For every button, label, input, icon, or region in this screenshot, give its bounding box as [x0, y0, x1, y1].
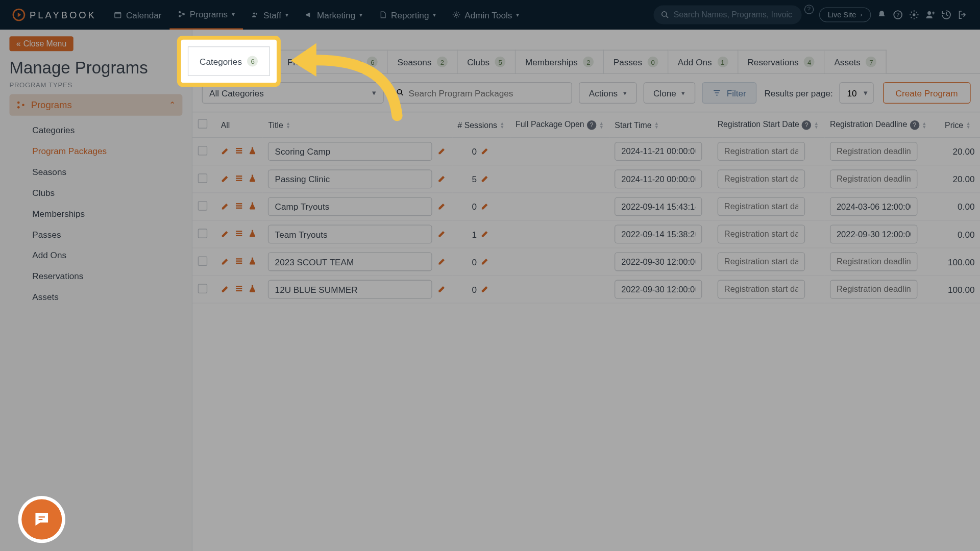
user-add-icon[interactable]	[925, 9, 936, 20]
reg-deadline-input[interactable]	[830, 197, 917, 216]
sidebar-group-programs[interactable]: Programs ⌃	[9, 94, 182, 116]
list-icon[interactable]	[234, 201, 243, 212]
question-icon[interactable]: ?	[893, 9, 903, 20]
tab-program-packages[interactable]: Program Packages6	[278, 50, 388, 73]
sidebar-item-reservations[interactable]: Reservations	[9, 266, 182, 287]
row-checkbox[interactable]	[198, 145, 207, 155]
select-all-checkbox[interactable]	[198, 119, 207, 128]
open-edit-icon[interactable]	[437, 145, 447, 157]
sidebar-item-passes[interactable]: Passes	[9, 224, 182, 245]
start-time-input[interactable]	[615, 280, 702, 299]
row-checkbox[interactable]	[198, 173, 207, 183]
tab-seasons[interactable]: Seasons2	[388, 50, 458, 73]
tab-clubs[interactable]: Clubs5	[458, 50, 516, 73]
bell-icon[interactable]	[876, 9, 887, 20]
tab-categories-highlighted[interactable]: Categories 6	[188, 46, 270, 76]
row-checkbox[interactable]	[198, 284, 207, 293]
list-icon[interactable]	[234, 284, 243, 295]
filter-button[interactable]: Filter	[702, 82, 756, 104]
sidebar-item-categories[interactable]: Categories	[9, 120, 182, 141]
list-icon[interactable]	[234, 173, 243, 185]
sidebar-item-clubs[interactable]: Clubs	[9, 182, 182, 203]
nav-admin-tools[interactable]: Admin Tools▾	[445, 0, 528, 30]
title-input[interactable]	[268, 142, 432, 161]
help-icon[interactable]: ?	[802, 120, 811, 130]
reg-start-input[interactable]	[718, 280, 805, 299]
actions-button[interactable]: Actions▾	[579, 82, 636, 104]
rpp-select[interactable]: 10	[840, 82, 874, 104]
title-input[interactable]	[268, 224, 432, 243]
edit-icon[interactable]	[221, 201, 230, 212]
edit-sessions-icon[interactable]	[481, 256, 490, 267]
row-checkbox[interactable]	[198, 256, 207, 265]
title-input[interactable]	[268, 253, 432, 271]
open-edit-icon[interactable]	[437, 229, 447, 240]
col-all[interactable]: All	[215, 112, 263, 137]
col-reg-deadline[interactable]: Registration Deadline?▲▼	[824, 112, 933, 137]
start-time-input[interactable]	[615, 142, 702, 161]
edit-sessions-icon[interactable]	[481, 173, 490, 185]
flask-icon[interactable]	[248, 229, 257, 240]
edit-icon[interactable]	[221, 173, 230, 185]
nav-staff[interactable]: Staff▾	[243, 0, 297, 30]
nav-reporting[interactable]: Reporting▾	[371, 0, 445, 30]
tab-reservations[interactable]: Reservations4	[738, 50, 825, 73]
close-menu-button[interactable]: «Close Menu	[9, 36, 73, 51]
edit-sessions-icon[interactable]	[481, 201, 490, 212]
list-icon[interactable]	[234, 145, 243, 157]
tab-add-ons[interactable]: Add Ons1	[668, 50, 738, 73]
edit-sessions-icon[interactable]	[481, 229, 490, 240]
sidebar-item-memberships[interactable]: Memberships	[9, 203, 182, 224]
open-edit-icon[interactable]	[437, 256, 447, 267]
reg-start-input[interactable]	[718, 169, 805, 188]
tab-passes[interactable]: Passes0	[604, 50, 668, 73]
brand[interactable]: PLAYBOOK	[12, 8, 96, 21]
row-checkbox[interactable]	[198, 201, 207, 210]
col-full-package[interactable]: Full Package Open?▲▼	[510, 112, 609, 137]
flask-icon[interactable]	[248, 173, 257, 185]
sidebar-item-program-packages[interactable]: Program Packages	[9, 141, 182, 162]
reg-deadline-input[interactable]	[830, 169, 917, 188]
reg-deadline-input[interactable]	[830, 280, 917, 299]
clone-button[interactable]: Clone▾	[643, 82, 695, 104]
reg-start-input[interactable]	[718, 142, 805, 161]
flask-icon[interactable]	[248, 145, 257, 157]
reg-start-input[interactable]	[718, 197, 805, 216]
open-edit-icon[interactable]	[437, 284, 447, 295]
title-input[interactable]	[268, 197, 432, 216]
edit-icon[interactable]	[221, 145, 230, 157]
sidebar-item-add-ons[interactable]: Add Ons	[9, 245, 182, 266]
col-sessions[interactable]: # Sessions▲▼	[452, 112, 510, 137]
row-checkbox[interactable]	[198, 229, 207, 238]
col-title[interactable]: Title▲▼	[263, 112, 452, 137]
reg-start-input[interactable]	[718, 253, 805, 271]
help-icon[interactable]: ?	[587, 120, 596, 130]
tab-assets[interactable]: Assets7	[825, 50, 887, 73]
list-icon[interactable]	[234, 229, 243, 240]
live-site-button[interactable]: Live Site›	[819, 8, 871, 22]
list-icon[interactable]	[234, 256, 243, 267]
flask-icon[interactable]	[248, 284, 257, 295]
category-select[interactable]: All Categories	[202, 82, 384, 104]
settings-icon[interactable]	[909, 9, 919, 20]
edit-sessions-icon[interactable]	[481, 145, 490, 157]
nav-programs[interactable]: Programs▾	[169, 0, 243, 30]
help-icon[interactable]: ?	[804, 5, 814, 14]
flask-icon[interactable]	[248, 256, 257, 267]
col-price[interactable]: Price▲▼	[933, 112, 980, 137]
reg-start-input[interactable]	[718, 224, 805, 243]
reg-deadline-input[interactable]	[830, 253, 917, 271]
package-search-input[interactable]	[390, 82, 572, 104]
tab-memberships[interactable]: Memberships2	[516, 50, 604, 73]
edit-sessions-icon[interactable]	[481, 284, 490, 295]
logout-icon[interactable]	[957, 9, 968, 20]
global-search-input[interactable]	[653, 6, 801, 24]
open-edit-icon[interactable]	[437, 173, 447, 185]
sidebar-item-assets[interactable]: Assets	[9, 287, 182, 308]
reg-deadline-input[interactable]	[830, 142, 917, 161]
title-input[interactable]	[268, 169, 432, 188]
nav-calendar[interactable]: Calendar	[106, 0, 169, 30]
title-input[interactable]	[268, 280, 432, 299]
reg-deadline-input[interactable]	[830, 224, 917, 243]
open-edit-icon[interactable]	[437, 201, 447, 212]
